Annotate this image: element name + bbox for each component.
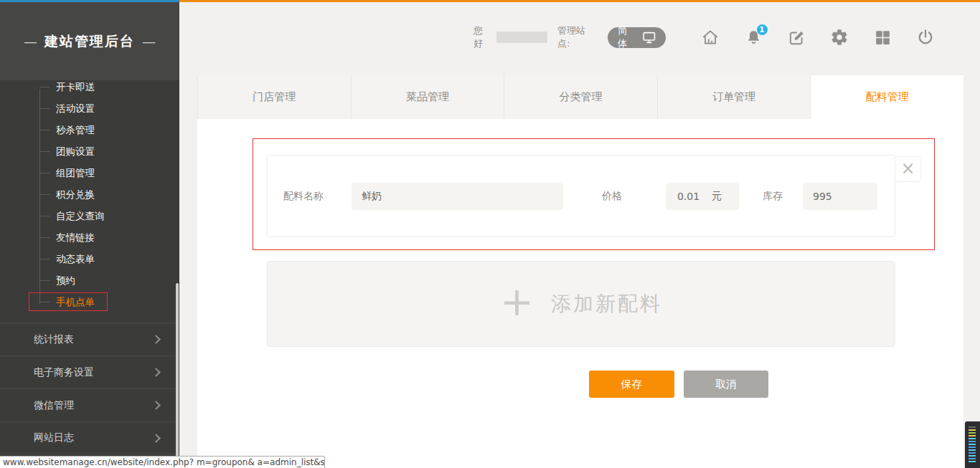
price-label: 价格: [602, 190, 622, 203]
apps-button[interactable]: [873, 28, 892, 47]
site-label: 管理站点:: [557, 24, 598, 50]
sidebar-item-links[interactable]: 友情链接: [0, 226, 179, 248]
title-dash-left: —: [24, 34, 37, 49]
app-title: — 建站管理后台 —: [0, 2, 179, 80]
tab-store-management[interactable]: 门店管理: [197, 75, 352, 119]
price-unit-label: 元: [712, 190, 722, 203]
settings-button[interactable]: [830, 28, 849, 47]
sidebar-section-statistics[interactable]: 统计报表: [0, 323, 179, 355]
greeting-text: 您好: [473, 24, 492, 50]
ingredient-card: 配料名称 价格 元 库存: [267, 155, 895, 237]
chevron-right-icon: [151, 368, 161, 377]
sidebar-item-points[interactable]: 积分兑换: [0, 183, 179, 205]
app-title-text: 建站管理后台: [44, 32, 135, 51]
tab-ingredient-management[interactable]: 配料管理: [811, 75, 963, 119]
plus-icon: +: [500, 282, 534, 322]
add-ingredient-label: 添加新配料: [551, 290, 662, 317]
tab-order-management[interactable]: 订单管理: [658, 75, 811, 119]
logout-button[interactable]: [916, 28, 936, 47]
header-icons: 1: [689, 28, 947, 47]
title-dash-right: —: [142, 34, 156, 49]
sidebar-item-group-manage[interactable]: 组团管理: [0, 162, 179, 183]
grid-icon: [874, 29, 892, 47]
sidebar-item-reservation[interactable]: 预约: [0, 269, 179, 291]
tab-bar: 门店管理 菜品管理 分类管理 订单管理 配料管理: [197, 75, 963, 119]
power-icon: [916, 28, 935, 47]
sidebar-item-groupbuy[interactable]: 团购设置: [0, 140, 179, 162]
stock-label: 库存: [763, 190, 783, 203]
chevron-right-icon: [151, 434, 161, 443]
home-button[interactable]: [701, 28, 720, 47]
price-field: 元: [666, 183, 739, 210]
cancel-button[interactable]: 取消: [684, 371, 768, 398]
sidebar-item-card-gift[interactable]: 开卡即送: [0, 76, 179, 97]
remove-ingredient-button[interactable]: ×: [895, 156, 921, 182]
price-input[interactable]: [666, 191, 710, 202]
ingredient-name-input[interactable]: [352, 183, 563, 210]
close-icon: ×: [900, 158, 915, 178]
sidebar-item-mobile-order[interactable]: 手机点单: [0, 291, 179, 312]
save-button[interactable]: 保存: [589, 371, 674, 398]
ingredient-name-label: 配料名称: [283, 190, 324, 203]
sidebar-sections: 统计报表 电子商务设置 微信管理 网站日志: [0, 323, 179, 454]
section-label: 电子商务设置: [34, 366, 94, 379]
sidebar-menu: 开卡即送 活动设置 秒杀管理 团购设置 组团管理 积分兑换 自定义查询 友情链接…: [0, 76, 179, 312]
notifications-button[interactable]: 1: [744, 28, 763, 47]
chevron-right-icon: [151, 401, 161, 410]
sidebar-item-dynamic-form[interactable]: 动态表单: [0, 248, 179, 269]
notification-badge: 1: [757, 24, 768, 35]
section-label: 网站日志: [34, 431, 74, 444]
sidebar-section-sitelog[interactable]: 网站日志: [0, 421, 179, 454]
add-ingredient-button[interactable]: + 添加新配料: [267, 261, 895, 347]
section-label: 微信管理: [34, 399, 74, 412]
edit-button[interactable]: [787, 28, 806, 47]
tab-dish-management[interactable]: 菜品管理: [352, 75, 505, 119]
meter-widget: [965, 421, 980, 468]
main-header: 您好 管理站点: 简体 1: [473, 24, 947, 50]
main-accent-bar: [179, 0, 980, 2]
sidebar-item-activity[interactable]: 活动设置: [0, 97, 179, 119]
tab-category-management[interactable]: 分类管理: [504, 75, 658, 119]
gear-icon: [830, 28, 849, 47]
monitor-icon: [643, 32, 656, 44]
active-item-highlight-box: [29, 292, 108, 311]
username-redacted: [496, 32, 547, 43]
sidebar-scrollbar[interactable]: [176, 283, 179, 457]
home-icon: [701, 28, 720, 47]
sidebar-section-ecommerce[interactable]: 电子商务设置: [0, 355, 179, 388]
chevron-right-icon: [151, 335, 161, 344]
sidebar-item-seckill[interactable]: 秒杀管理: [0, 119, 179, 140]
sidebar: — 建站管理后台 — 开卡即送 活动设置 秒杀管理 团购设置 组团管理 积分兑换…: [0, 2, 179, 468]
link-preview-statusbar: www.websitemanage.cn/website/index.php? …: [0, 456, 325, 468]
section-label: 统计报表: [34, 333, 74, 346]
stock-input[interactable]: [803, 183, 877, 210]
meter-stripes: [969, 426, 976, 464]
sidebar-item-custom-query[interactable]: 自定义查询: [0, 205, 179, 226]
site-selector[interactable]: 简体: [608, 27, 666, 48]
edit-icon: [787, 28, 806, 47]
site-selector-value: 简体: [618, 24, 637, 50]
sidebar-section-wechat[interactable]: 微信管理: [0, 388, 179, 421]
